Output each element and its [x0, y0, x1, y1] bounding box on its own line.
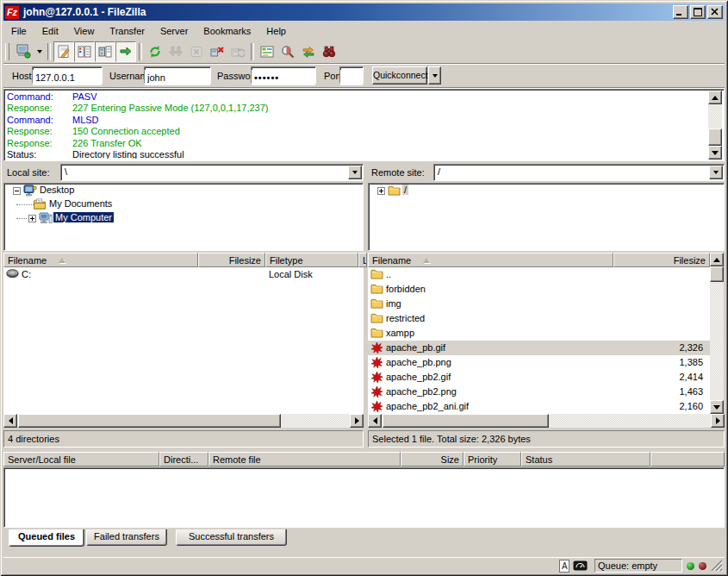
toggle-remote-tree-button[interactable] [95, 41, 115, 62]
scroll-left-button[interactable] [368, 414, 382, 428]
scrollbar-thumb[interactable] [18, 414, 281, 428]
file-row[interactable]: apache_pb.gif2,326 [368, 341, 710, 355]
host-input[interactable] [33, 70, 102, 85]
scroll-right-button[interactable] [711, 414, 725, 428]
file-row[interactable]: .. [368, 267, 710, 282]
toggle-local-tree-button[interactable] [74, 41, 95, 62]
sync-browse-button[interactable] [298, 41, 319, 62]
file-row[interactable]: apache_pb2_ani.gif2,160 [368, 399, 710, 414]
minimize-button[interactable] [673, 5, 688, 19]
disconnect-button[interactable] [207, 41, 227, 62]
scrollbar-thumb[interactable] [708, 128, 722, 146]
menu-view[interactable]: View [66, 24, 103, 38]
file-name: xampp [386, 328, 414, 338]
queue-column-serverlocalfile[interactable]: Server/Local file [3, 452, 159, 466]
queue-column-status[interactable]: Status [521, 452, 650, 466]
toggle-queue-button[interactable] [115, 41, 136, 62]
scrollbar-thumb[interactable] [383, 414, 549, 428]
toggle-log-button[interactable] [53, 41, 74, 62]
local-site-combobox[interactable]: \ [60, 164, 364, 181]
file-name: apache_pb2.png [386, 386, 457, 397]
drive-icon [6, 268, 20, 281]
queue-column-remotefile[interactable]: Remote file [208, 452, 401, 466]
username-input[interactable] [145, 70, 210, 85]
scroll-up-button[interactable] [710, 253, 724, 266]
remote-file-list[interactable]: ..forbiddenimgrestrictedxamppapache_pb.g… [368, 267, 710, 414]
column-header-filename[interactable]: Filename [3, 253, 198, 267]
scrollbar-thumb[interactable] [710, 266, 724, 282]
file-row[interactable]: C:Local Disk [3, 267, 364, 282]
toolbar-grip[interactable] [5, 43, 9, 60]
column-header-filename[interactable]: Filename [368, 253, 613, 267]
expand-toggle[interactable] [377, 186, 385, 194]
local-directory-tree[interactable]: DesktopMy DocumentsMy Computer [3, 183, 364, 251]
port-input[interactable] [340, 70, 363, 85]
local-horizontal-scrollbar[interactable] [3, 414, 364, 429]
site-manager-button[interactable] [13, 41, 34, 62]
log-scrollbar[interactable] [708, 91, 723, 160]
tree-item[interactable]: My Documents [4, 197, 363, 211]
close-button[interactable] [707, 5, 723, 19]
queue-list[interactable] [3, 467, 725, 528]
quickconnect-dropdown-button[interactable] [428, 66, 441, 85]
title-bar[interactable]: Fz john@127.0.0.1 - FileZilla [3, 3, 725, 21]
local-file-list[interactable]: C:Local Disk [3, 267, 364, 414]
remote-site-combobox[interactable]: / [433, 164, 725, 181]
tree-item[interactable]: Desktop [4, 184, 363, 197]
column-header-filesize[interactable]: Filesize [613, 253, 710, 267]
scroll-up-button[interactable] [708, 91, 722, 104]
tree-item[interactable]: My Computer [4, 211, 363, 225]
queue-column-priority[interactable]: Priority [464, 452, 521, 466]
file-row[interactable]: forbidden [368, 282, 710, 297]
tab-failed-transfers[interactable]: Failed transfers [86, 529, 167, 546]
collapse-toggle[interactable] [13, 186, 21, 194]
toolbar-dropdown-button[interactable] [34, 41, 45, 62]
file-row[interactable]: apache_pb2.gif2,414 [368, 370, 710, 385]
file-row[interactable]: apache_pb.png1,385 [368, 355, 710, 370]
find-button[interactable] [319, 41, 339, 62]
resize-grip[interactable] [711, 560, 723, 572]
compare-button[interactable] [277, 41, 298, 62]
file-name: apache_pb.gif [386, 342, 445, 353]
scroll-down-button[interactable] [710, 400, 724, 414]
tab-successful-transfers[interactable]: Successful transfers [176, 529, 287, 546]
maximize-button[interactable] [690, 5, 706, 19]
remote-directory-tree[interactable]: / [368, 183, 725, 251]
speed-limit-icon[interactable] [573, 560, 588, 571]
scroll-left-button[interactable] [3, 414, 17, 428]
menu-bookmarks[interactable]: Bookmarks [196, 24, 258, 38]
quickconnect-button[interactable]: Quickconnect [372, 66, 427, 85]
file-row[interactable]: restricted [368, 311, 710, 326]
scroll-right-button[interactable] [350, 414, 364, 428]
transfer-type-ascii-icon[interactable]: A [558, 560, 570, 573]
refresh-button[interactable] [145, 41, 165, 62]
menu-file[interactable]: File [3, 24, 34, 38]
filter-button[interactable] [257, 41, 277, 62]
menu-edit[interactable]: Edit [34, 24, 66, 38]
queue-column-size[interactable]: Size [401, 452, 464, 466]
file-row[interactable]: img [368, 297, 710, 311]
column-header-l[interactable]: L [358, 253, 367, 267]
tab-queued-files[interactable]: Queued files [9, 529, 84, 547]
scroll-down-button[interactable] [708, 146, 722, 160]
menu-transfer[interactable]: Transfer [102, 24, 152, 38]
column-header-label: Directi... [164, 454, 198, 465]
chevron-down-button[interactable] [348, 166, 362, 179]
chevron-down-button[interactable] [709, 166, 723, 179]
menu-help[interactable]: Help [258, 24, 294, 38]
queue-column-directi[interactable]: Directi... [159, 452, 208, 466]
tree-item[interactable]: / [369, 184, 724, 197]
file-row[interactable]: xampp [368, 326, 710, 341]
remote-vertical-scrollbar[interactable] [710, 253, 725, 414]
expand-toggle[interactable] [28, 214, 36, 222]
scrollbar-track[interactable] [710, 266, 724, 400]
password-input[interactable] [252, 70, 315, 85]
toolbar-separator [251, 43, 254, 60]
menu-server[interactable]: Server [152, 24, 196, 38]
remote-horizontal-scrollbar[interactable] [368, 414, 725, 429]
column-header-filesize[interactable]: Filesize [198, 253, 265, 267]
site-row: Local site:\ [3, 164, 364, 182]
file-row[interactable]: apache_pb2.png1,463 [368, 385, 710, 399]
quickconnect-bar: Host: Username: Password: Port: Quickcon… [3, 65, 725, 87]
column-header-filetype[interactable]: Filetype [265, 253, 358, 267]
